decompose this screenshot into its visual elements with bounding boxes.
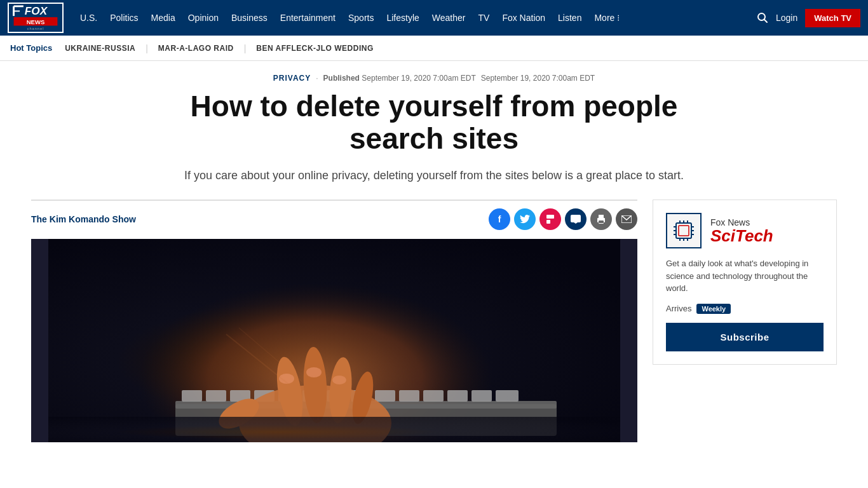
hot-topic-ben-affleck[interactable]: BEN AFFLECK-JLO WEDDING: [256, 44, 373, 53]
search-icon[interactable]: [757, 12, 768, 24]
hot-topic-mar-a-lago[interactable]: MAR-A-LAGO RAID: [158, 44, 234, 53]
article-title: How to delete yourself from people searc…: [148, 90, 720, 154]
author-name[interactable]: The Kim Komando Show: [31, 214, 136, 224]
top-navigation: FOX NEWS channel U.S. Politics Media Opi…: [0, 0, 868, 36]
scitech-label: SciTech: [710, 227, 773, 244]
svg-text:FOX: FOX: [25, 4, 48, 17]
hot-topic-ukraine-russia[interactable]: UKRAINE-RUSSIA: [65, 44, 135, 53]
nav-actions: Login Watch TV: [757, 9, 860, 27]
nav-listen[interactable]: Listen: [552, 0, 588, 36]
article-main: The Kim Komando Show f: [31, 200, 637, 442]
arrives-row: Arrives Weekly: [666, 304, 824, 314]
svg-text:channel: channel: [27, 27, 44, 30]
newsletter-title: Fox News SciTech: [710, 217, 773, 244]
svg-rect-32: [471, 390, 492, 402]
article-subtitle: If you care about your online privacy, d…: [180, 167, 688, 184]
nav-lifestyle[interactable]: Lifestyle: [380, 0, 425, 36]
article-meta: PRIVACY · Published September 19, 2020 7…: [31, 74, 837, 83]
share-flipboard[interactable]: [539, 208, 561, 230]
login-button[interactable]: Login: [776, 13, 797, 23]
share-facebook[interactable]: f: [489, 208, 510, 230]
nav-tv[interactable]: TV: [471, 0, 496, 36]
scitech-tech: Tech: [735, 226, 773, 245]
svg-line-8: [764, 20, 767, 23]
svg-rect-28: [375, 390, 395, 402]
article-image-svg: [31, 239, 637, 442]
article-published: Published September 19, 2020 7:00am EDT: [323, 74, 476, 83]
nav-politics[interactable]: Politics: [104, 0, 144, 36]
svg-rect-9: [546, 215, 554, 219]
svg-rect-43: [48, 417, 620, 442]
svg-rect-10: [546, 220, 550, 224]
article-image: [31, 239, 637, 442]
fox-news-logo[interactable]: FOX NEWS channel: [8, 3, 64, 33]
svg-rect-47: [679, 226, 689, 236]
nav-fox-nation[interactable]: Fox Nation: [496, 0, 552, 36]
article-sidebar: Fox News SciTech Get a daily look at wha…: [653, 200, 837, 365]
svg-point-41: [306, 367, 322, 377]
scitech-icon: [666, 213, 702, 248]
svg-rect-20: [182, 390, 202, 402]
share-twitter[interactable]: [514, 208, 536, 230]
published-date-text: September 19, 2020 7:00am EDT: [481, 74, 595, 83]
hot-topics-label: Hot Topics: [10, 43, 52, 53]
separator-1: |: [146, 43, 148, 53]
newsletter-description: Get a daily look at what's developing in…: [666, 257, 824, 295]
svg-rect-21: [206, 390, 226, 402]
nav-entertainment[interactable]: Entertainment: [274, 0, 342, 36]
newsletter-header: Fox News SciTech: [666, 213, 824, 248]
nav-weather[interactable]: Weather: [426, 0, 472, 36]
hot-topics-bar: Hot Topics UKRAINE-RUSSIA | MAR-A-LAGO R…: [0, 36, 868, 61]
svg-rect-33: [496, 390, 519, 402]
svg-rect-14: [599, 220, 604, 223]
article-category[interactable]: PRIVACY: [273, 74, 311, 83]
scitech-sci: Sci: [710, 226, 735, 245]
svg-point-42: [332, 376, 346, 384]
share-buttons: f: [489, 208, 637, 230]
article-container: PRIVACY · Published September 19, 2020 7…: [21, 61, 847, 442]
share-email[interactable]: [616, 208, 637, 230]
svg-text:NEWS: NEWS: [27, 18, 45, 25]
nav-us[interactable]: U.S.: [74, 0, 104, 36]
author-share-row: The Kim Komando Show f: [31, 208, 637, 230]
svg-rect-31: [447, 390, 468, 402]
article-body: The Kim Komando Show f: [31, 200, 837, 442]
arrives-label: Arrives: [666, 304, 691, 313]
newsletter-box: Fox News SciTech Get a daily look at wha…: [653, 200, 837, 365]
svg-rect-30: [423, 390, 444, 402]
nav-sports[interactable]: Sports: [342, 0, 380, 36]
nav-links: U.S. Politics Media Opinion Business Ent…: [74, 0, 757, 36]
meta-dot: ·: [316, 74, 318, 83]
nav-more[interactable]: More ⁝: [588, 0, 626, 36]
nav-media[interactable]: Media: [145, 0, 182, 36]
separator-2: |: [244, 43, 247, 53]
svg-rect-12: [599, 215, 604, 218]
share-comments[interactable]: [565, 208, 587, 230]
share-print[interactable]: [590, 208, 612, 230]
watch-tv-button[interactable]: Watch TV: [805, 9, 860, 27]
subscribe-button[interactable]: Subscribe: [666, 323, 824, 351]
logo-svg: FOX NEWS channel: [10, 4, 61, 32]
logo[interactable]: FOX NEWS channel: [8, 3, 64, 33]
nav-opinion[interactable]: Opinion: [182, 0, 225, 36]
frequency-badge: Weekly: [696, 304, 731, 314]
svg-rect-29: [399, 390, 419, 402]
nav-business[interactable]: Business: [225, 0, 274, 36]
